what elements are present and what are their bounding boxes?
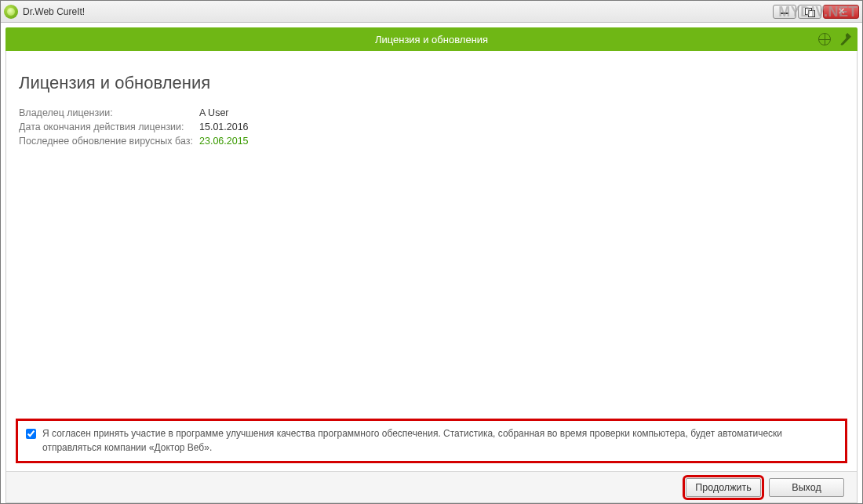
header-title: Лицензия и обновления bbox=[375, 34, 488, 45]
license-expiry-label: Дата окончания действия лицензии: bbox=[19, 121, 199, 132]
window-controls bbox=[773, 5, 859, 19]
license-expiry-row: Дата окончания действия лицензии: 15.01.… bbox=[19, 121, 844, 132]
content-area: Лицензия и обновления Владелец лицензии:… bbox=[5, 51, 858, 503]
consent-checkbox[interactable] bbox=[26, 429, 36, 439]
footer-bar: Продолжить Выход bbox=[6, 471, 857, 502]
db-update-label: Последнее обновление вирусных баз: bbox=[19, 136, 199, 147]
license-owner-row: Владелец лицензии: A User bbox=[19, 107, 844, 118]
settings-icon[interactable] bbox=[839, 33, 851, 45]
app-window: Dr.Web CureIt! MYDIV.NET Лицензия и обно… bbox=[0, 0, 863, 504]
minimize-button[interactable] bbox=[773, 5, 796, 19]
consent-box: Я согласен принять участие в программе у… bbox=[16, 419, 847, 463]
db-update-row: Последнее обновление вирусных баз: 23.06… bbox=[19, 136, 844, 147]
close-button[interactable] bbox=[823, 5, 859, 19]
titlebar: Dr.Web CureIt! bbox=[1, 1, 862, 23]
continue-button[interactable]: Продолжить bbox=[686, 478, 761, 497]
window-title: Dr.Web CureIt! bbox=[23, 6, 85, 17]
maximize-button[interactable] bbox=[798, 5, 821, 19]
license-owner-label: Владелец лицензии: bbox=[19, 107, 199, 118]
app-icon bbox=[4, 5, 18, 19]
db-update-value: 23.06.2015 bbox=[199, 136, 249, 147]
license-owner-value: A User bbox=[199, 107, 229, 118]
license-expiry-value: 15.01.2016 bbox=[199, 121, 249, 132]
page-title: Лицензия и обновления bbox=[19, 73, 844, 93]
consent-text: Я согласен принять участие в программе у… bbox=[42, 427, 837, 455]
globe-icon[interactable] bbox=[818, 33, 831, 45]
app-header: Лицензия и обновления bbox=[5, 27, 858, 51]
exit-button[interactable]: Выход bbox=[769, 478, 844, 497]
